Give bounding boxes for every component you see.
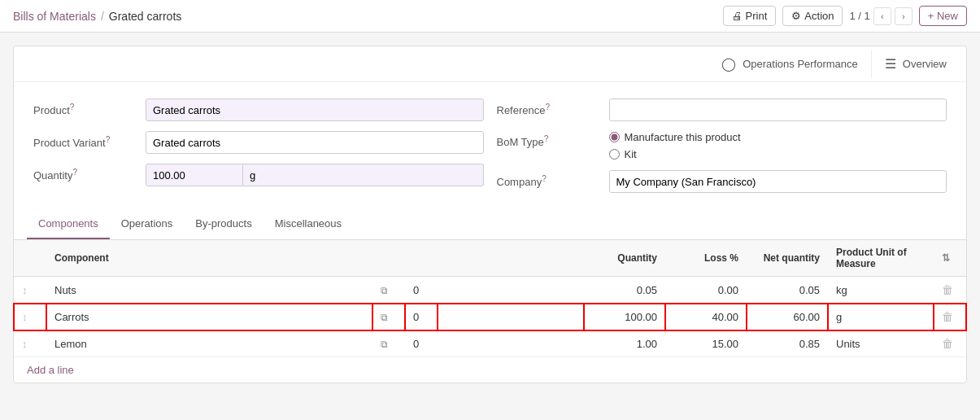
print-button[interactable]: 🖨 Print <box>723 6 777 26</box>
copy-icon[interactable]: ⧉ <box>381 285 388 296</box>
new-button[interactable]: + New <box>919 6 967 26</box>
gear-icon: ⚙ <box>791 10 801 22</box>
bom-type-manufacture[interactable]: Manufacture this product <box>609 131 741 143</box>
col-settings: ⇅ <box>934 240 966 277</box>
ops-performance-button[interactable]: ◯ Operations Performance <box>708 50 872 78</box>
delete-cell: 🗑 <box>934 277 966 304</box>
company-group: Company? <box>497 170 947 193</box>
product-variant-input[interactable] <box>146 131 484 154</box>
quantity-cell: 0.05 <box>584 277 665 304</box>
col-loss: Loss % <box>665 240 747 277</box>
col-zero <box>405 240 438 277</box>
bom-type-manufacture-radio[interactable] <box>609 132 620 142</box>
new-label: + New <box>928 10 958 22</box>
col-spacer <box>438 240 584 277</box>
company-input[interactable] <box>609 170 947 193</box>
topbar-actions: 🖨 Print ⚙ Action 1 / 1 ‹ › + New <box>723 6 967 26</box>
breadcrumb-current: Grated carrots <box>109 10 181 23</box>
reference-group: Reference? <box>497 98 947 121</box>
tab-by-products[interactable]: By-products <box>184 209 263 239</box>
tab-components[interactable]: Components <box>27 209 110 239</box>
row-handle[interactable]: ↕ <box>14 304 46 330</box>
quantity-cell: 100.00 <box>584 304 665 330</box>
col-component: Component <box>46 240 372 277</box>
loss-cell: 0.00 <box>665 277 747 304</box>
loss-cell: 15.00 <box>665 330 747 357</box>
reference-label: Reference? <box>497 103 603 116</box>
uom-cell: kg <box>828 277 934 304</box>
bom-type-label: BoM Type? <box>497 131 603 148</box>
form-area: Product? Product Variant? Quantity? <box>14 82 966 209</box>
product-variant-group: Product Variant? <box>33 131 484 154</box>
delete-cell: 🗑 <box>934 330 966 357</box>
delete-icon[interactable]: 🗑 <box>942 283 953 296</box>
bom-type-manufacture-label: Manufacture this product <box>625 131 741 143</box>
uom-cell: g <box>828 304 934 330</box>
qty-indicator: 0 <box>405 277 438 304</box>
quantity-input[interactable] <box>146 164 243 186</box>
pagination-text: 1 / 1 <box>849 10 869 22</box>
bom-type-group: BoM Type? Manufacture this product Kit <box>497 131 947 160</box>
form-left: Product? Product Variant? Quantity? <box>33 98 484 193</box>
row-handle[interactable]: ↕ <box>14 330 46 357</box>
bom-type-kit-radio[interactable] <box>609 149 620 160</box>
copy-icon[interactable]: ⧉ <box>381 339 388 350</box>
reference-input[interactable] <box>609 98 947 121</box>
bom-card: ◯ Operations Performance ☰ Overview Prod… <box>13 46 967 383</box>
topbar: Bills of Materials / Grated carrots 🖨 Pr… <box>0 0 980 33</box>
company-label: Company? <box>497 174 603 188</box>
tab-miscellaneous[interactable]: Miscellaneous <box>264 209 353 239</box>
product-input[interactable] <box>146 98 484 121</box>
copy-cell: ⧉ <box>372 330 405 357</box>
tab-operations[interactable]: Operations <box>110 209 185 239</box>
quantity-unit-input[interactable] <box>243 164 484 186</box>
row-handle[interactable]: ↕ <box>14 277 46 304</box>
table-row: ↕ Lemon ⧉ 0 1.00 15.00 0.85 Units 🗑 <box>14 330 966 357</box>
uom-cell: Units <box>828 330 934 357</box>
copy-cell: ⧉ <box>372 277 405 304</box>
add-line-row: Add a line <box>14 357 966 383</box>
table-row: ↕ Carrots ⧉ 0 100.00 40.00 60.00 g 🗑 <box>14 304 966 330</box>
list-icon: ☰ <box>885 56 896 72</box>
component-name: Carrots <box>46 304 372 330</box>
component-name: Nuts <box>46 277 372 304</box>
next-page-button[interactable]: › <box>895 7 912 25</box>
spacer-cell <box>438 277 584 304</box>
action-label: Action <box>804 10 834 22</box>
print-label: Print <box>746 10 768 22</box>
net-quantity-cell: 0.85 <box>747 330 828 357</box>
components-table: Component Quantity Loss % Net quantity P… <box>14 240 966 357</box>
quantity-label: Quantity? <box>33 168 139 182</box>
main-content: ◯ Operations Performance ☰ Overview Prod… <box>0 33 980 396</box>
qty-group <box>146 164 484 186</box>
components-table-area: Component Quantity Loss % Net quantity P… <box>14 240 966 383</box>
tabs-bar: Components Operations By-products Miscel… <box>14 209 966 240</box>
product-group: Product? <box>33 98 484 121</box>
col-handle <box>14 240 46 277</box>
bom-type-kit[interactable]: Kit <box>609 148 741 160</box>
prev-page-button[interactable]: ‹ <box>873 7 891 25</box>
component-name: Lemon <box>46 330 372 357</box>
loss-cell: 40.00 <box>665 304 747 330</box>
spacer-cell <box>438 304 584 330</box>
product-label: Product? <box>33 103 139 116</box>
overview-label: Overview <box>903 58 947 70</box>
action-button[interactable]: ⚙ Action <box>782 6 843 26</box>
table-row: ↕ Nuts ⧉ 0 0.05 0.00 0.05 kg 🗑 <box>14 277 966 304</box>
delete-cell: 🗑 <box>934 304 966 330</box>
quantity-group: Quantity? <box>33 164 484 186</box>
overview-button[interactable]: ☰ Overview <box>872 50 960 78</box>
delete-icon[interactable]: 🗑 <box>942 310 953 323</box>
add-line-button[interactable]: Add a line <box>14 357 87 383</box>
delete-icon[interactable]: 🗑 <box>942 337 953 350</box>
bom-type-kit-label: Kit <box>625 148 637 160</box>
product-variant-label: Product Variant? <box>33 135 139 149</box>
copy-cell: ⧉ <box>372 304 405 330</box>
action-row: ◯ Operations Performance ☰ Overview <box>14 46 966 82</box>
settings-icon[interactable]: ⇅ <box>942 252 950 264</box>
print-icon: 🖨 <box>732 10 743 22</box>
breadcrumb-parent[interactable]: Bills of Materials <box>13 10 96 23</box>
net-quantity-cell: 60.00 <box>747 304 828 330</box>
col-uom: Product Unit of Measure <box>828 240 934 277</box>
copy-icon[interactable]: ⧉ <box>381 312 388 323</box>
